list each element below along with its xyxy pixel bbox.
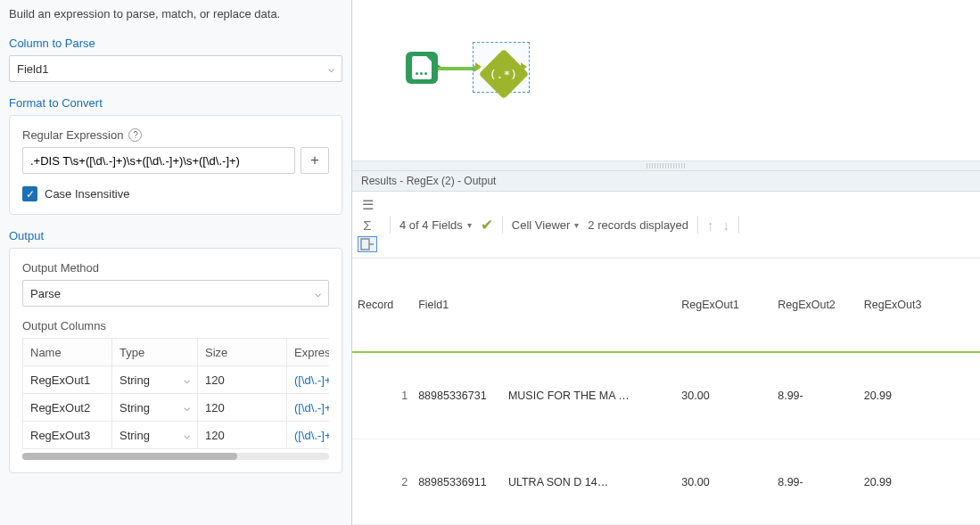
add-expression-button[interactable]: + — [301, 147, 329, 174]
connection-wire[interactable] — [438, 67, 475, 70]
output-columns-table: Name Type Size Expressi RegExOut1 String… — [22, 338, 329, 449]
output-columns-table-wrap: Name Type Size Expressi RegExOut1 String… — [22, 338, 329, 460]
chevron-down-icon: ⌵ — [184, 429, 190, 441]
case-insensitive-row[interactable]: ✓ Case Insensitive — [22, 186, 329, 201]
table-row[interactable]: 1 88985336731 MUSIC FOR THE MA … 30.00 8… — [352, 352, 980, 439]
chevron-down-icon: ▾ — [574, 220, 579, 230]
output-label: Output — [9, 229, 342, 242]
col-regexout2[interactable]: RegExOut2 — [772, 258, 859, 352]
column-to-parse-select[interactable]: Field1 ⌵ — [9, 55, 342, 82]
format-label: Format to Convert — [9, 96, 342, 110]
schema-view-icon[interactable] — [358, 236, 377, 252]
chevron-down-icon: ⌵ — [315, 287, 321, 299]
col-name-header[interactable]: Name — [23, 339, 112, 366]
cell-expr[interactable]: ([\d\.-]+ — [287, 422, 330, 449]
checkbox-checked-icon[interactable]: ✓ — [22, 186, 37, 201]
sigma-icon[interactable]: Σ — [358, 217, 377, 233]
separator — [502, 216, 503, 234]
table-row: RegExOut2 String⌵ 120 ([\d\.-]+ — [23, 394, 330, 422]
regex-label: Regular Expression — [22, 128, 123, 142]
output-anchor-icon[interactable] — [521, 62, 527, 71]
records-displayed: 2 records displayed — [588, 218, 688, 232]
table-header-row: Name Type Size Expressi — [23, 339, 330, 366]
cell-expr[interactable]: ([\d\.-]+ — [287, 366, 330, 394]
cell-viewer-dropdown[interactable]: Cell Viewer ▾ — [512, 218, 580, 232]
cell-r3: 20.99 — [859, 352, 980, 439]
separator — [738, 216, 739, 234]
chevron-down-icon: ▾ — [467, 220, 472, 230]
check-icon[interactable]: ✔ — [481, 216, 493, 234]
cell-r3: 20.99 — [859, 439, 980, 525]
col-field1[interactable]: Field1 — [413, 258, 676, 352]
config-panel: Build an expression to parse, match, or … — [0, 0, 352, 525]
column-to-parse-label: Column to Parse — [9, 37, 342, 50]
horizontal-scrollbar[interactable] — [22, 453, 329, 460]
cell-type[interactable]: String⌵ — [112, 422, 198, 449]
col-size-header[interactable]: Size — [198, 339, 287, 366]
table-row: RegExOut3 String⌵ 120 ([\d\.-]+ — [23, 422, 330, 449]
chevron-down-icon: ⌵ — [184, 373, 190, 386]
col-expr-header[interactable]: Expressi — [287, 339, 330, 366]
cell-type[interactable]: String⌵ — [112, 394, 198, 422]
cell-size[interactable]: 120 — [198, 422, 287, 449]
up-arrow-icon[interactable]: ↑ — [707, 217, 714, 233]
format-box: Regular Expression ? + ✓ Case Insensitiv… — [9, 115, 342, 215]
cell-r1: 30.00 — [676, 352, 772, 439]
cell-type[interactable]: String⌵ — [112, 366, 198, 394]
column-to-parse-group: Column to Parse Field1 ⌵ — [9, 37, 342, 82]
cell-field1: 88985336731 MUSIC FOR THE MA … — [413, 352, 676, 439]
table-row: RegExOut1 String⌵ 120 ([\d\.-]+ — [23, 366, 330, 394]
down-arrow-icon[interactable]: ↓ — [723, 217, 730, 233]
cell-expr[interactable]: ([\d\.-]+ — [287, 394, 330, 422]
workflow-canvas[interactable]: (.*) — [352, 0, 980, 160]
list-view-icon[interactable]: ☰ — [358, 197, 377, 213]
view-switcher: ☰ Σ — [358, 197, 377, 252]
col-type-header[interactable]: Type — [112, 339, 198, 366]
output-box: Output Method Parse ⌵ Output Columns Nam… — [9, 248, 342, 473]
chevron-down-icon: ⌵ — [184, 401, 190, 414]
case-insensitive-label: Case Insensitive — [45, 187, 129, 201]
separator — [697, 216, 698, 234]
cell-size[interactable]: 120 — [198, 394, 287, 422]
cell-record: 2 — [352, 439, 413, 525]
results-data: Record Field1 RegExOut1 RegExOut2 RegExO… — [352, 258, 980, 525]
output-columns-label: Output Columns — [22, 319, 106, 332]
table-header-row: Record Field1 RegExOut1 RegExOut2 RegExO… — [352, 258, 980, 352]
cell-r2: 8.99- — [772, 439, 859, 525]
regex-row: + — [22, 147, 329, 174]
cell-record: 1 — [352, 352, 413, 439]
results-table[interactable]: Record Field1 RegExOut1 RegExOut2 RegExO… — [352, 258, 980, 525]
chevron-down-icon: ⌵ — [328, 62, 334, 75]
cell-field1: 88985336911 ULTRA SON D 14… — [413, 439, 676, 525]
file-icon — [412, 56, 432, 79]
results-header: Results - RegEx (2) - Output — [352, 170, 980, 192]
right-panel: (.*) Results - RegEx (2) - Output ☰ Σ 4 … — [352, 0, 980, 525]
panel-grip[interactable] — [352, 160, 980, 170]
regex-input[interactable] — [22, 147, 295, 174]
fields-dropdown[interactable]: 4 of 4 Fields ▾ — [399, 218, 472, 232]
input-anchor-icon[interactable] — [475, 62, 482, 71]
input-tool-icon[interactable] — [406, 52, 438, 84]
intro-text: Build an expression to parse, match, or … — [9, 7, 342, 21]
cell-name[interactable]: RegExOut3 — [23, 422, 112, 449]
results-toolbar: ☰ Σ 4 of 4 Fields ▾ ✔ Cell Viewer ▾ 2 re… — [352, 192, 980, 258]
cell-r1: 30.00 — [676, 439, 772, 525]
cell-r2: 8.99- — [772, 352, 859, 439]
output-method-label: Output Method — [22, 261, 99, 275]
table-row[interactable]: 2 88985336911 ULTRA SON D 14… 30.00 8.99… — [352, 439, 980, 525]
output-method-select[interactable]: Parse ⌵ — [22, 280, 329, 307]
cell-name[interactable]: RegExOut1 — [23, 366, 112, 394]
cell-name[interactable]: RegExOut2 — [23, 394, 112, 422]
help-icon[interactable]: ? — [128, 128, 142, 142]
regex-tool[interactable]: (.*) — [480, 49, 523, 85]
regex-label-row: Regular Expression ? — [22, 128, 329, 142]
col-regexout3[interactable]: RegExOut3 — [859, 258, 980, 352]
output-group: Output Output Method Parse ⌵ Output Colu… — [9, 229, 342, 473]
separator — [390, 216, 391, 234]
col-record[interactable]: Record — [352, 258, 413, 352]
col-regexout1[interactable]: RegExOut1 — [676, 258, 772, 352]
output-method-value: Parse — [30, 287, 61, 300]
cell-size[interactable]: 120 — [198, 366, 287, 394]
format-group: Format to Convert Regular Expression ? +… — [9, 96, 342, 215]
column-to-parse-value: Field1 — [17, 62, 48, 76]
